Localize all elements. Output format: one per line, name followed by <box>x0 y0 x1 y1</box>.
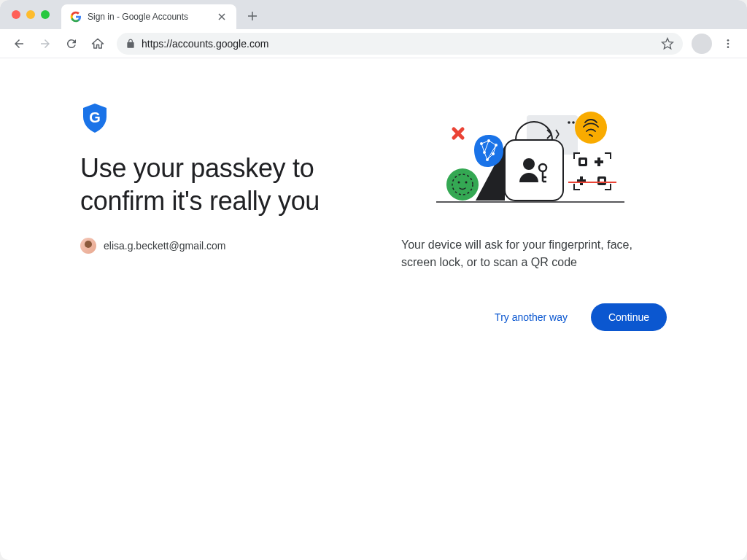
try-another-way-button[interactable]: Try another way <box>486 304 576 330</box>
window-close-button[interactable] <box>12 10 20 19</box>
svg-point-6 <box>572 121 575 124</box>
svg-rect-9 <box>581 160 585 164</box>
svg-text:G: G <box>89 109 101 125</box>
svg-point-26 <box>465 182 468 184</box>
back-button[interactable] <box>9 34 29 54</box>
svg-point-5 <box>568 121 570 124</box>
page-heading: Use your passkey to confirm it's really … <box>80 152 387 217</box>
svg-point-7 <box>575 112 607 144</box>
browser-toolbar: https://accounts.google.com <box>0 29 747 58</box>
lock-icon <box>125 39 136 49</box>
browser-chrome: Sign in - Google Accounts https://accoun… <box>0 0 747 58</box>
button-row: Try another way Continue <box>486 303 667 331</box>
google-shield-icon: G <box>80 102 387 137</box>
home-button[interactable] <box>88 34 108 54</box>
address-bar[interactable]: https://accounts.google.com <box>117 33 683 55</box>
profile-avatar-button[interactable] <box>692 34 712 54</box>
window-controls <box>12 10 50 19</box>
new-tab-button[interactable] <box>242 6 263 26</box>
svg-point-23 <box>446 168 479 201</box>
svg-point-25 <box>458 182 460 184</box>
svg-point-1 <box>727 42 729 44</box>
svg-point-0 <box>727 39 729 42</box>
page-content: G Use your passkey to confirm it's reall… <box>0 58 747 560</box>
continue-button[interactable]: Continue <box>591 303 667 331</box>
browser-tab[interactable]: Sign in - Google Accounts <box>61 4 236 29</box>
svg-point-2 <box>727 46 729 48</box>
svg-rect-27 <box>505 140 563 201</box>
url-text: https://accounts.google.com <box>142 38 655 50</box>
account-email: elisa.g.beckett@gmail.com <box>104 240 226 252</box>
instruction-text: Your device will ask for your fingerprin… <box>401 236 667 271</box>
reload-button[interactable] <box>61 34 82 54</box>
google-favicon <box>70 11 82 23</box>
window-maximize-button[interactable] <box>41 10 50 19</box>
browser-menu-button[interactable] <box>718 34 738 54</box>
passkey-illustration <box>432 109 636 219</box>
svg-rect-13 <box>595 160 603 163</box>
bookmark-star-icon[interactable] <box>661 37 674 50</box>
account-avatar <box>80 238 96 254</box>
svg-point-28 <box>523 158 535 170</box>
tab-close-button[interactable] <box>216 11 228 23</box>
forward-button[interactable] <box>35 34 55 54</box>
left-column: G Use your passkey to confirm it's reall… <box>80 102 387 560</box>
right-column: Your device will ask for your fingerprin… <box>401 102 667 560</box>
account-chip[interactable]: elisa.g.beckett@gmail.com <box>80 238 387 254</box>
tab-title: Sign in - Google Accounts <box>88 12 210 22</box>
tab-bar: Sign in - Google Accounts <box>0 0 747 29</box>
window-minimize-button[interactable] <box>26 10 35 19</box>
